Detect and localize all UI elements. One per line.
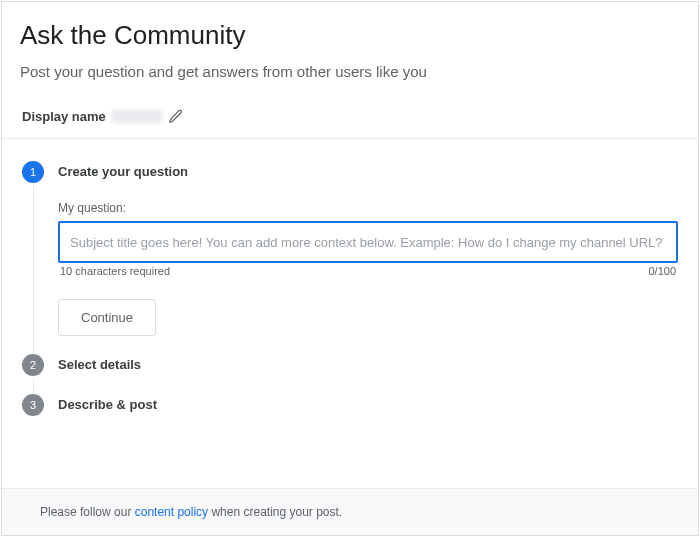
- input-counter: 0/100: [648, 265, 676, 277]
- pencil-icon[interactable]: [168, 108, 184, 124]
- question-input-wrapper: [58, 221, 678, 263]
- step-3: 3 Describe & post: [22, 394, 678, 434]
- question-field-label: My question:: [58, 201, 678, 215]
- step-1-body: My question: 10 characters required 0/10…: [58, 183, 678, 336]
- footer-suffix: when creating your post.: [208, 505, 342, 519]
- page-title: Ask the Community: [20, 20, 680, 51]
- steps-container: 1 Create your question My question: 10 c…: [2, 139, 698, 434]
- step-2-title[interactable]: Select details: [58, 354, 678, 376]
- header: Ask the Community Post your question and…: [2, 2, 698, 108]
- continue-button[interactable]: Continue: [58, 299, 156, 336]
- input-meta: 10 characters required 0/100: [58, 265, 678, 277]
- step-1-circle: 1: [22, 161, 44, 183]
- step-3-circle: 3: [22, 394, 44, 416]
- display-name-row: Display name: [2, 108, 698, 138]
- page-container: Ask the Community Post your question and…: [1, 1, 699, 536]
- content-policy-link[interactable]: content policy: [135, 505, 208, 519]
- step-3-title[interactable]: Describe & post: [58, 394, 678, 416]
- step-1: 1 Create your question My question: 10 c…: [22, 161, 678, 354]
- step-1-title: Create your question: [58, 161, 678, 183]
- display-name-label: Display name: [22, 109, 106, 124]
- step-2-circle: 2: [22, 354, 44, 376]
- display-name-value: [112, 110, 162, 123]
- footer: Please follow our content policy when cr…: [2, 488, 698, 535]
- input-requirement: 10 characters required: [60, 265, 170, 277]
- step-2: 2 Select details: [22, 354, 678, 394]
- question-input[interactable]: [58, 221, 678, 263]
- page-subtitle: Post your question and get answers from …: [20, 63, 680, 80]
- footer-prefix: Please follow our: [40, 505, 135, 519]
